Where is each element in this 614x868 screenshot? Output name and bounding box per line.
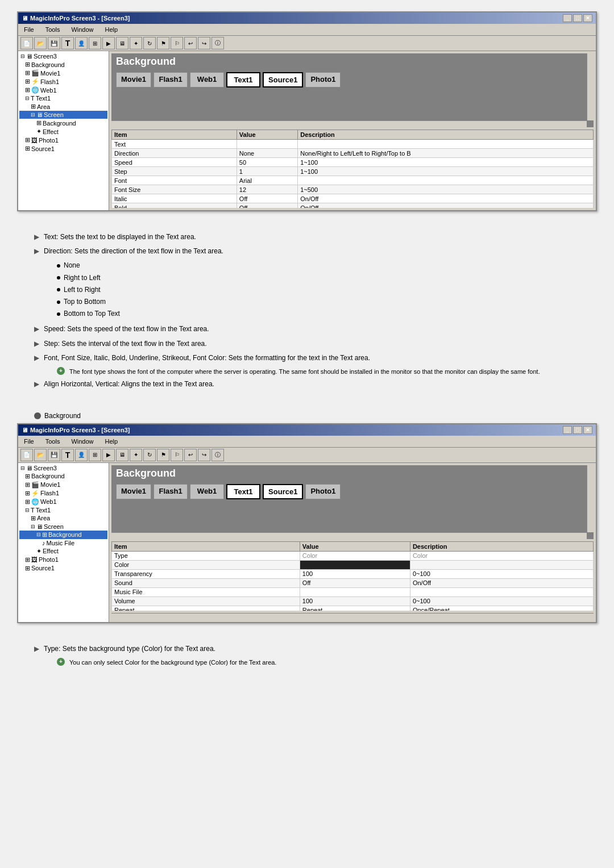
tb2-star[interactable]: ✦ — [130, 449, 142, 461]
preview2-web1: Web1 — [190, 484, 224, 499]
tb-save[interactable]: 💾 — [48, 37, 60, 49]
tb2-redo[interactable]: ↪ — [198, 449, 210, 461]
prop-font-value[interactable]: Arial — [237, 176, 297, 185]
tree-screen2[interactable]: ⊟ 🖥 Screen — [19, 111, 107, 119]
tree2-bg2[interactable]: ⊟ ⊞ Background — [19, 531, 107, 539]
menu-file[interactable]: File — [22, 25, 36, 34]
tb2-person[interactable]: 👤 — [75, 449, 88, 461]
tb2-play[interactable]: ▶ — [102, 449, 115, 461]
tb2-flag1[interactable]: ⚑ — [157, 449, 169, 461]
tree2-flash1[interactable]: ⊞ ⚡ Flash1 — [19, 489, 107, 498]
prop-step-value[interactable]: 1 — [237, 167, 297, 176]
menu-window[interactable]: Window — [69, 25, 96, 34]
prop-text-value[interactable] — [237, 140, 297, 149]
tb-open[interactable]: 📂 — [34, 37, 47, 49]
maximize-button2[interactable]: □ — [573, 426, 582, 434]
tb2-grid[interactable]: ⊞ — [89, 449, 101, 461]
window-controls: _ □ ✕ — [563, 14, 592, 22]
tree2-source1[interactable]: ⊞ Source1 — [19, 564, 107, 573]
tb2-refresh[interactable]: ↻ — [143, 449, 156, 461]
menu2-help[interactable]: Help — [103, 437, 121, 446]
tb-undo[interactable]: ↩ — [184, 37, 197, 49]
menu-help[interactable]: Help — [103, 25, 121, 34]
prop-italic-value[interactable]: Off — [237, 194, 297, 203]
tree2-effect[interactable]: ✦ Effect — [19, 547, 107, 556]
prop-speed-value[interactable]: 50 — [237, 158, 297, 167]
tb-grid[interactable]: ⊞ — [89, 37, 101, 49]
tb-t[interactable]: T — [61, 37, 74, 49]
tb-info[interactable]: ⓘ — [211, 37, 224, 49]
prop2-sound-value[interactable]: Off — [300, 578, 410, 587]
prop2-trans-value[interactable]: 100 — [300, 569, 410, 578]
tree2-background1[interactable]: ⊞ Background — [19, 472, 107, 481]
tree2-movie1[interactable]: ⊞ 🎬 Movie1 — [19, 481, 107, 489]
tree-photo1[interactable]: ⊞ 🖼 Photo1 — [19, 136, 107, 144]
tree2-screen2[interactable]: ⊟ 🖥 Screen — [19, 523, 107, 531]
tree-web1[interactable]: ⊞ 🌐 Web1 — [19, 86, 107, 94]
prop2-color-value[interactable] — [300, 560, 410, 569]
tb2-undo[interactable]: ↩ — [184, 449, 197, 461]
tree-area[interactable]: ⊞ Area — [19, 102, 107, 111]
tree-panel1: ⊟ 🖥 Screen3 ⊞ Background ⊞ 🎬 Movie1 ⊞ ⚡ … — [18, 51, 109, 210]
tb2-open[interactable]: 📂 — [34, 449, 47, 461]
tree2-musicfile[interactable]: ♪ Music File — [19, 539, 107, 547]
preview-source1: Source1 — [263, 72, 303, 87]
tree2-area[interactable]: ⊞ Area — [19, 514, 107, 523]
tree-text1[interactable]: ⊟ T Text1 — [19, 94, 107, 102]
tree2-web1[interactable]: ⊞ 🌐 Web1 — [19, 498, 107, 506]
tree2-screen3[interactable]: ⊟ 🖥 Screen3 — [19, 464, 107, 472]
tree-text1-label: Text1 — [36, 95, 51, 102]
maximize-button[interactable]: □ — [573, 14, 582, 22]
tb2-info[interactable]: ⓘ — [211, 449, 224, 461]
tb-person[interactable]: 👤 — [75, 37, 88, 49]
prop2-repeat-value[interactable]: Repeat — [300, 606, 410, 611]
tree-bg2[interactable]: ⊞ Background — [19, 119, 107, 127]
menu2-file[interactable]: File — [22, 437, 36, 446]
preview2-vscroll[interactable] — [587, 465, 594, 532]
tree-movie1[interactable]: ⊞ 🎬 Movie1 — [19, 69, 107, 77]
right-panel2: Background Movie1 Flash1 Web1 Text1 Sour… — [109, 463, 596, 622]
close-button2[interactable]: ✕ — [583, 426, 592, 434]
preview-vscroll[interactable] — [587, 53, 594, 120]
tree2-flash1-icon: ⊞ — [25, 490, 30, 497]
bullet-rtl-label: Right to Left — [64, 273, 101, 283]
window2-hscroll[interactable] — [111, 613, 594, 620]
prop-fontsize-value[interactable]: 12 — [237, 185, 297, 194]
preview2-hscroll[interactable] — [111, 532, 587, 539]
menu-tools[interactable]: Tools — [43, 25, 63, 34]
close-button[interactable]: ✕ — [583, 14, 592, 22]
tb-refresh[interactable]: ↻ — [143, 37, 156, 49]
prop-dir-value[interactable]: None — [237, 149, 297, 158]
tree-flash1[interactable]: ⊞ ⚡ Flash1 — [19, 77, 107, 86]
minimize-button[interactable]: _ — [563, 14, 572, 22]
tb2-t[interactable]: T — [61, 449, 74, 461]
minimize-button2[interactable]: _ — [563, 426, 572, 434]
menu2-tools[interactable]: Tools — [43, 437, 63, 446]
tree-screen3[interactable]: ⊟ 🖥 Screen3 — [19, 52, 107, 60]
tb-play[interactable]: ▶ — [102, 37, 115, 49]
tb-flag1[interactable]: ⚑ — [157, 37, 169, 49]
tb-star[interactable]: ✦ — [130, 37, 142, 49]
tree2-text1[interactable]: ⊟ T Text1 — [19, 506, 107, 514]
prop2-type-value[interactable]: Color — [300, 551, 410, 560]
tb2-flag2[interactable]: ⚐ — [171, 449, 183, 461]
table-row: Italic Off On/Off — [112, 194, 594, 203]
tree2-photo1[interactable]: ⊞ 🖼 Photo1 — [19, 556, 107, 564]
tb-flag2[interactable]: ⚐ — [171, 37, 183, 49]
tb-new[interactable]: 📄 — [20, 37, 33, 49]
tb-redo[interactable]: ↪ — [198, 37, 210, 49]
menu2-window[interactable]: Window — [69, 437, 96, 446]
preview-hscroll[interactable] — [111, 120, 587, 127]
prop-bold-value[interactable]: Off — [237, 203, 297, 208]
tb2-monitor[interactable]: 🖥 — [116, 449, 128, 461]
prop2-music-value[interactable] — [300, 587, 410, 596]
tb-monitor[interactable]: 🖥 — [116, 37, 128, 49]
table-row: Speed 50 1~100 — [112, 158, 594, 167]
tree-effect[interactable]: ✦ Effect — [19, 127, 107, 136]
prop2-vol-value[interactable]: 100 — [300, 596, 410, 606]
tree-background1[interactable]: ⊞ Background — [19, 60, 107, 69]
tb2-new[interactable]: 📄 — [20, 449, 33, 461]
tb2-save[interactable]: 💾 — [48, 449, 60, 461]
titlebar-left: 🖥 MagicInfoPro Screen3 - [Screen3] — [22, 15, 130, 22]
tree-source1[interactable]: ⊞ Source1 — [19, 144, 107, 153]
